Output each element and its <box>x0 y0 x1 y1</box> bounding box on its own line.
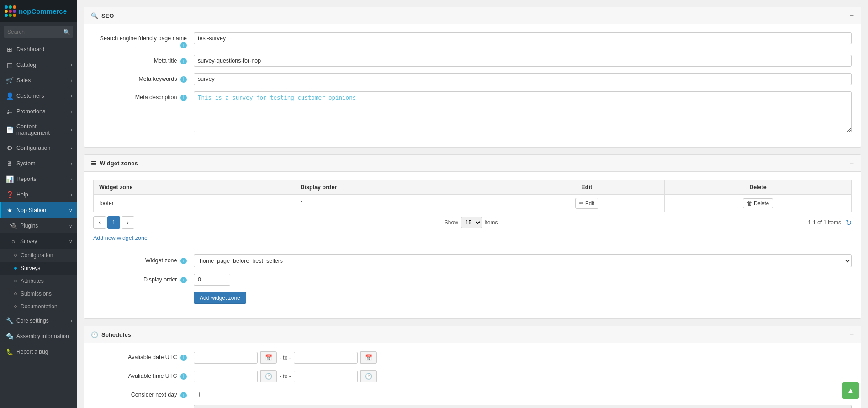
seo-friendly-name-input[interactable] <box>194 32 852 44</box>
time-to-input[interactable] <box>294 371 358 382</box>
time-to-button[interactable]: 🕐 <box>360 370 377 382</box>
schedules-body: Avaliable date UTC i 📅 - to - 📅 Avaliabl… <box>84 343 861 408</box>
add-widget-zone-form: Widget zone i home_page_before_best_sell… <box>93 249 852 304</box>
sidebar-item-survey[interactable]: ○ Survey ∨ <box>0 233 77 249</box>
sidebar-item-help[interactable]: ❓ Help › <box>0 187 77 202</box>
add-widget-zone-button[interactable]: Add widget zone <box>194 292 246 304</box>
widget-zone-field-row: Widget zone i home_page_before_best_sell… <box>93 254 852 267</box>
sidebar-item-label: Customers <box>16 93 44 99</box>
display-order-spinner <box>194 274 230 286</box>
sidebar-item-nopstation[interactable]: ★ Nop Station ∨ <box>0 202 77 218</box>
schedules-minimize-button[interactable]: − <box>850 331 854 338</box>
items-count: 1-1 of 1 items <box>808 219 841 226</box>
sidebar-item-system[interactable]: 🖥 System › <box>0 156 77 171</box>
sidebar-sub-configuration[interactable]: Configuration <box>0 249 77 262</box>
sidebar-item-dashboard[interactable]: ⊞ Dashboard <box>0 42 77 57</box>
display-order-info-icon[interactable]: i <box>180 277 187 283</box>
schedule-type-select[interactable]: Daily <box>194 405 852 408</box>
items-label: items <box>485 219 498 226</box>
delete-button[interactable]: 🗑 Delete <box>743 198 773 208</box>
add-widget-zone-link[interactable]: Add new widget zone <box>93 233 148 244</box>
cell-zone: footer <box>94 195 295 212</box>
sidebar-item-core-settings[interactable]: 🔧 Core settings › <box>0 313 77 329</box>
sidebar-item-reports[interactable]: 📊 Reports › <box>0 171 77 187</box>
time-from-button[interactable]: 🕐 <box>260 370 277 382</box>
sidebar-item-label: Core settings <box>16 318 49 324</box>
meta-title-input[interactable] <box>194 55 852 67</box>
sidebar-item-sales[interactable]: 🛒 Sales › <box>0 73 77 88</box>
sidebar-item-configuration[interactable]: ⚙ Configuration › <box>0 140 77 156</box>
prev-page-button[interactable]: ‹ <box>93 216 106 229</box>
available-date-info-icon[interactable]: i <box>180 355 187 361</box>
widget-zones-body: Widget zone Display order Edit Delete fo… <box>84 172 861 318</box>
date-to-input[interactable] <box>294 352 358 364</box>
sidebar-sub-submissions[interactable]: Submissions <box>0 287 77 300</box>
sidebar-sub-documentation[interactable]: Documentation <box>0 300 77 313</box>
main-content: 🔍 SEO − Search engine friendly page name… <box>77 0 868 408</box>
meta-keywords-label: Meta keywords i <box>93 73 194 83</box>
available-time-info-icon[interactable]: i <box>180 373 187 380</box>
col-widget-zone: Widget zone <box>94 180 295 195</box>
seo-friendly-info-icon[interactable]: i <box>180 42 187 48</box>
next-page-button[interactable]: › <box>122 216 134 229</box>
add-widget-btn-row: Add widget zone <box>93 292 852 304</box>
widget-zones-panel: ☰ Widget zones − Widget zone Display ord… <box>84 154 861 319</box>
meta-keywords-info-icon[interactable]: i <box>180 76 187 83</box>
sidebar-item-catalog[interactable]: ▤ Catalog › <box>0 57 77 73</box>
search-icon[interactable]: 🔍 <box>63 29 70 36</box>
edit-label: Edit <box>585 201 594 206</box>
chevron-down-icon: ∨ <box>69 239 72 244</box>
assembly-icon: 🔩 <box>6 333 13 340</box>
show-count-select[interactable]: 15 25 50 <box>461 217 482 228</box>
sidebar-item-report-bug[interactable]: 🐛 Report a bug <box>0 344 77 360</box>
sidebar-item-promotions[interactable]: 🏷 Promotions › <box>0 104 77 119</box>
chevron-right-icon: › <box>71 109 72 114</box>
dot-icon <box>14 305 17 308</box>
widget-zones-table-wrap: Widget zone Display order Edit Delete fo… <box>93 180 852 212</box>
refresh-button[interactable]: ↻ <box>846 218 852 227</box>
seo-panel-body: Search engine friendly page name i Meta … <box>84 24 861 147</box>
date-range: 📅 - to - 📅 <box>194 351 377 364</box>
col-display-order: Display order <box>295 180 509 195</box>
widget-zones-minimize-button[interactable]: − <box>850 159 854 167</box>
widget-zone-select[interactable]: home_page_before_best_sellers <box>194 254 852 267</box>
calendar-from-button[interactable]: 📅 <box>260 351 277 364</box>
chevron-right-icon: › <box>71 127 72 132</box>
date-from-input[interactable] <box>194 352 258 364</box>
calendar-to-button[interactable]: 📅 <box>360 351 377 364</box>
sidebar-sub-surveys[interactable]: Surveys <box>0 262 77 275</box>
sidebar-item-customers[interactable]: 👤 Customers › <box>0 88 77 104</box>
widget-zones-header: ☰ Widget zones − <box>84 155 861 172</box>
meta-description-info-icon[interactable]: i <box>180 95 187 101</box>
time-from-input[interactable] <box>194 371 258 382</box>
schedule-type-row: Schedule type i Daily <box>93 405 852 408</box>
cell-delete: 🗑 Delete <box>664 195 851 212</box>
chevron-down-icon: ∨ <box>69 223 72 228</box>
display-order-input[interactable] <box>194 274 230 286</box>
sidebar-item-content[interactable]: 📄 Content management › <box>0 119 77 140</box>
seo-minimize-button[interactable]: − <box>850 12 854 19</box>
sidebar-item-assembly[interactable]: 🔩 Assembly information <box>0 329 77 344</box>
available-time-label: Avaliable time UTC i <box>93 370 194 380</box>
scroll-to-top-button[interactable]: ▲ <box>842 382 859 399</box>
edit-button[interactable]: ✏ Edit <box>575 198 598 209</box>
meta-description-input[interactable]: This is a survey for testing customer op… <box>194 91 852 132</box>
sub-item-label: Configuration <box>21 252 53 259</box>
pagination-buttons: ‹ 1 › <box>93 216 134 229</box>
meta-keywords-input[interactable] <box>194 73 852 85</box>
consider-next-day-checkbox[interactable] <box>194 392 200 397</box>
consider-next-day-row: Consider next day i <box>93 389 852 398</box>
available-date-row: Avaliable date UTC i 📅 - to - 📅 <box>93 351 852 364</box>
widget-zone-info-icon[interactable]: i <box>180 258 187 264</box>
sales-icon: 🛒 <box>6 77 13 84</box>
display-order-label: Display order i <box>93 274 194 283</box>
page-1-button[interactable]: 1 <box>107 216 120 229</box>
consider-next-day-info-icon[interactable]: i <box>180 392 187 398</box>
sidebar-item-plugins[interactable]: 🔌 Plugins ∨ <box>0 218 77 233</box>
show-label: Show <box>445 219 458 226</box>
meta-title-info-icon[interactable]: i <box>180 58 187 64</box>
sidebar-item-label: Help <box>16 191 28 198</box>
seo-friendly-name-row: Search engine friendly page name i <box>93 32 852 48</box>
sidebar-sub-attributes[interactable]: Attributes <box>0 275 77 287</box>
schedules-header: 🕐 Schedules − <box>84 326 861 343</box>
